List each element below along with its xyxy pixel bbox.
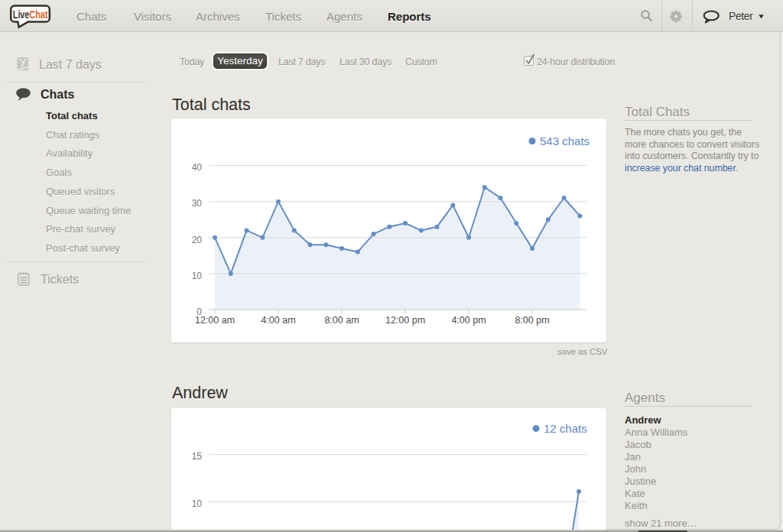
svg-text:40: 40 — [192, 162, 203, 173]
svg-text:8:00 pm: 8:00 pm — [515, 315, 549, 326]
svg-text:8:00 am: 8:00 am — [324, 315, 359, 326]
svg-text:LiveChat: LiveChat — [13, 8, 48, 21]
svg-text:10: 10 — [192, 498, 203, 509]
svg-text:543 chats: 543 chats — [540, 135, 590, 148]
svg-text:20: 20 — [192, 235, 203, 245]
svg-text:12:00 am: 12:00 am — [195, 315, 235, 326]
svg-text:4:00 am: 4:00 am — [261, 315, 295, 326]
svg-text:7: 7 — [21, 60, 25, 69]
svg-text:15: 15 — [192, 451, 203, 462]
svg-text:30: 30 — [192, 198, 203, 209]
svg-text:10: 10 — [192, 271, 203, 281]
svg-text:12 chats: 12 chats — [544, 422, 587, 435]
svg-text:12:00 pm: 12:00 pm — [385, 315, 425, 326]
svg-text:4:00 pm: 4:00 pm — [451, 315, 486, 326]
